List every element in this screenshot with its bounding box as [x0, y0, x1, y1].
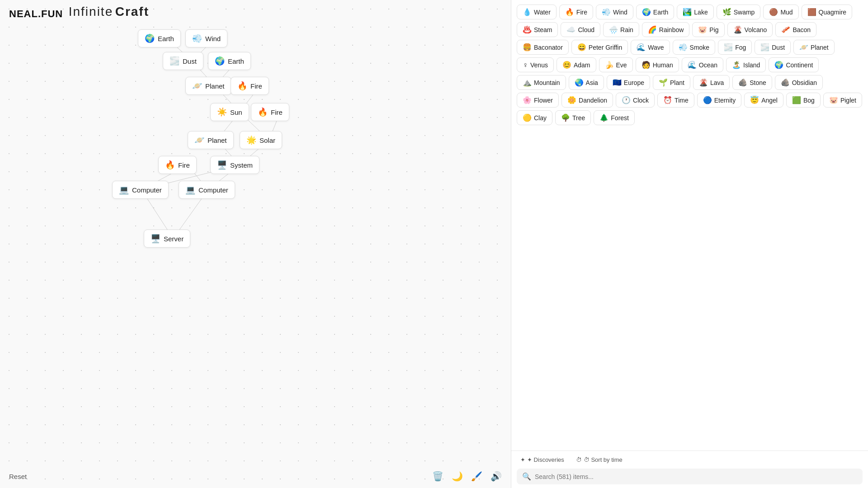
- search-bar: 🔍: [517, 469, 863, 484]
- element-node-wind1[interactable]: 💨Wind: [185, 29, 227, 47]
- sidebar-item-fog[interactable]: 🌫️Fog: [718, 40, 752, 55]
- sidebar-item-time[interactable]: ⏰Time: [657, 93, 694, 108]
- element-node-planet1[interactable]: 🪐Planet: [185, 77, 231, 95]
- node-emoji: 🖥️: [217, 160, 227, 170]
- sidebar-item-smoke[interactable]: 💨Smoke: [673, 40, 716, 55]
- sidebar-item-piglet[interactable]: 🐷Piglet: [823, 93, 862, 108]
- item-emoji: 🟩: [792, 96, 801, 104]
- sidebar-item-mud[interactable]: 🟤Mud: [763, 5, 798, 19]
- sidebar-item-steam[interactable]: ♨️Steam: [517, 22, 558, 37]
- sidebar-item-dust[interactable]: 🌫️Dust: [755, 40, 791, 55]
- discoveries-tab[interactable]: ✦ ✦ Discoveries: [517, 455, 568, 465]
- sidebar-item-quagmire[interactable]: 🟫Quagmire: [802, 5, 852, 19]
- element-node-fire3[interactable]: 🔥Fire: [158, 156, 197, 174]
- item-emoji: 🕐: [622, 96, 631, 104]
- search-input[interactable]: [535, 473, 857, 480]
- item-label: Bog: [803, 97, 815, 104]
- element-node-system1[interactable]: 🖥️System: [210, 156, 259, 174]
- brush-icon[interactable]: 🖌️: [471, 471, 482, 482]
- reset-button[interactable]: Reset: [9, 473, 27, 480]
- canvas-area[interactable]: NEAL.FUN Infinite Craft 🌍Earth💨Wind🌫️Dus…: [0, 0, 511, 488]
- node-emoji: 🌟: [246, 135, 256, 145]
- element-node-planet2[interactable]: 🪐Planet: [188, 131, 234, 149]
- element-node-sun1[interactable]: ☀️Sun: [210, 103, 249, 121]
- sidebar-item-rainbow[interactable]: 🌈Rainbow: [642, 22, 689, 37]
- item-emoji: 🍌: [605, 61, 614, 69]
- sidebar-item-tree[interactable]: 🌳Tree: [555, 110, 591, 125]
- sidebar-item-clock[interactable]: 🕐Clock: [616, 93, 655, 108]
- sidebar-item-baconator[interactable]: 🍔Baconator: [517, 40, 569, 55]
- sidebar-item-venus[interactable]: ♀️Venus: [517, 57, 554, 72]
- sidebar-item-pig[interactable]: 🐷Pig: [692, 22, 724, 37]
- sidebar-item-obsidian[interactable]: 🪨Obsidian: [775, 75, 823, 90]
- sidebar-item-dandelion[interactable]: 🌼Dandelion: [561, 93, 613, 108]
- element-node-computer2[interactable]: 💻Computer: [179, 181, 235, 199]
- sidebar-item-eternity[interactable]: 🔵Eternity: [697, 93, 741, 108]
- sidebar-item-bog[interactable]: 🟩Bog: [786, 93, 821, 108]
- sidebar-item-clay[interactable]: 🟡Clay: [517, 110, 552, 125]
- sidebar-item-lake[interactable]: 🏞️Lake: [677, 5, 713, 19]
- sound-icon[interactable]: 🔊: [491, 471, 502, 482]
- sidebar-item-asia[interactable]: 🌏Asia: [569, 75, 604, 90]
- sidebar-item-earth[interactable]: 🌍Earth: [636, 5, 674, 19]
- sidebar-item-ocean[interactable]: 🌊Ocean: [682, 57, 723, 72]
- item-emoji: 💧: [523, 8, 532, 16]
- item-label: Mud: [780, 9, 793, 16]
- sidebar-item-island[interactable]: 🏝️Island: [726, 57, 766, 72]
- sidebar-item-cloud[interactable]: ☁️Cloud: [561, 22, 600, 37]
- trash-icon[interactable]: 🗑️: [432, 471, 443, 482]
- item-label: Rainbow: [659, 26, 684, 33]
- sidebar-item-fire[interactable]: 🔥Fire: [559, 5, 593, 19]
- item-emoji: 🟤: [769, 8, 778, 16]
- item-emoji: ♀️: [523, 61, 528, 69]
- sidebar-item-rain[interactable]: 🌧️Rain: [603, 22, 639, 37]
- item-label: Water: [534, 9, 551, 16]
- item-label: Peter Griffin: [589, 44, 622, 51]
- sidebar-item-stone[interactable]: 🪨Stone: [732, 75, 772, 90]
- element-node-fire1[interactable]: 🔥Fire: [231, 77, 269, 95]
- item-emoji: 🌏: [575, 78, 584, 87]
- item-label: Steam: [534, 26, 552, 33]
- sort-tab[interactable]: ⏱ ⏱ Sort by time: [572, 455, 626, 465]
- item-label: Clock: [633, 97, 649, 104]
- sidebar-item-wave[interactable]: 🌊Wave: [631, 40, 670, 55]
- sidebar-item-swamp[interactable]: 🌿Swamp: [717, 5, 761, 19]
- moon-icon[interactable]: 🌙: [452, 471, 463, 482]
- sidebar-item-europe[interactable]: 🇪🇺Europe: [607, 75, 650, 90]
- item-label: Wind: [613, 9, 627, 16]
- item-label: Bacon: [793, 26, 811, 33]
- sidebar-item-human[interactable]: 🧑Human: [636, 57, 679, 72]
- element-node-server1[interactable]: 🖥️Server: [144, 230, 190, 248]
- item-emoji: ⛰️: [523, 78, 532, 87]
- element-node-earth2[interactable]: 🌍Earth: [208, 52, 251, 70]
- sidebar-item-mountain[interactable]: ⛰️Mountain: [517, 75, 566, 90]
- item-label: Continent: [786, 61, 813, 69]
- item-label: Stone: [750, 79, 766, 86]
- sidebar-item-planet[interactable]: 🪐Planet: [793, 40, 835, 55]
- item-emoji: 🌍: [774, 61, 783, 69]
- sidebar-items-container: 💧Water🔥Fire💨Wind🌍Earth🏞️Lake🌿Swamp🟤Mud🟫Q…: [511, 0, 868, 450]
- sidebar-item-peter-griffin[interactable]: 😄Peter Griffin: [571, 40, 628, 55]
- sidebar-item-volcano[interactable]: 🌋Volcano: [727, 22, 773, 37]
- sidebar-item-plant[interactable]: 🌱Plant: [653, 75, 690, 90]
- sidebar-item-eve[interactable]: 🍌Eve: [599, 57, 633, 72]
- item-emoji: 🔥: [565, 8, 574, 16]
- element-node-solar1[interactable]: 🌟Solar: [240, 131, 282, 149]
- element-node-dust1[interactable]: 🌫️Dust: [163, 52, 203, 70]
- item-emoji: 🌊: [688, 61, 697, 69]
- sidebar-item-forest[interactable]: 🌲Forest: [594, 110, 635, 125]
- sidebar-item-flower[interactable]: 🌸Flower: [517, 93, 559, 108]
- sidebar-item-angel[interactable]: 😇Angel: [744, 93, 783, 108]
- element-node-fire2[interactable]: 🔥Fire: [251, 103, 289, 121]
- node-label: Earth: [158, 35, 174, 42]
- sidebar-item-wind[interactable]: 💨Wind: [596, 5, 633, 19]
- item-label: Mountain: [534, 79, 560, 86]
- element-node-computer1[interactable]: 💻Computer: [112, 181, 169, 199]
- sidebar-item-continent[interactable]: 🌍Continent: [769, 57, 819, 72]
- sidebar-item-lava[interactable]: 🌋Lava: [693, 75, 730, 90]
- element-node-earth1[interactable]: 🌍Earth: [138, 29, 181, 47]
- bottom-bar: Reset 🗑️ 🌙 🖌️ 🔊: [0, 465, 511, 488]
- sidebar-item-adam[interactable]: 😊Adam: [557, 57, 596, 72]
- sidebar-item-bacon[interactable]: 🥓Bacon: [775, 22, 816, 37]
- sidebar-item-water[interactable]: 💧Water: [517, 5, 557, 19]
